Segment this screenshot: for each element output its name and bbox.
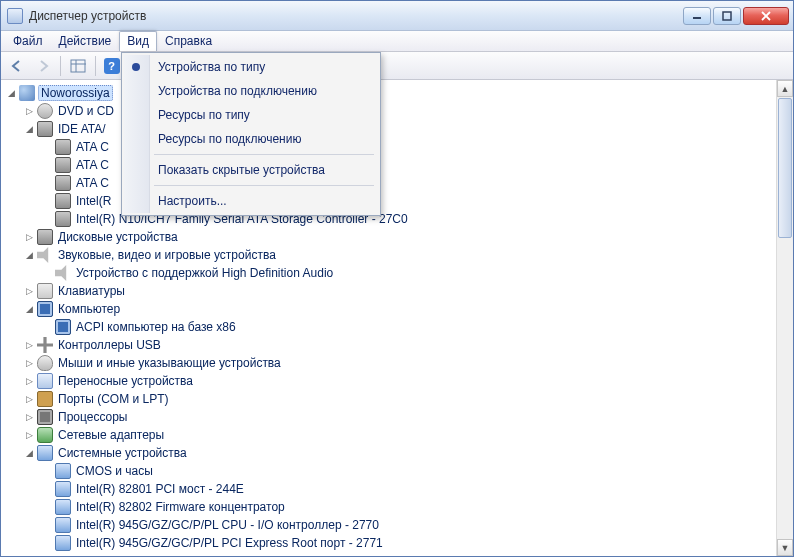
keyboard-icon <box>37 283 53 299</box>
toolbar-separator <box>95 56 96 76</box>
system-device-icon <box>55 481 71 497</box>
menu-show-hidden-devices[interactable]: Показать скрытые устройства <box>124 158 378 182</box>
ata-channel-icon <box>55 157 71 173</box>
tree-item-firmware-hub[interactable]: Intel(R) 82802 Firmware концентратор <box>39 498 793 516</box>
scroll-thumb[interactable] <box>778 98 792 238</box>
system-device-icon <box>55 517 71 533</box>
expander-icon[interactable]: ▷ <box>23 231 35 243</box>
expander-icon[interactable]: ▷ <box>23 393 35 405</box>
menu-view[interactable]: Вид <box>119 31 157 51</box>
expander-icon[interactable]: ◢ <box>23 249 35 261</box>
menubar: Файл Действие Вид Справка <box>1 31 793 52</box>
toolbar: ? <box>1 52 793 80</box>
scroll-down-button[interactable]: ▼ <box>777 539 793 556</box>
expander-icon[interactable]: ▷ <box>23 357 35 369</box>
maximize-icon <box>722 11 732 21</box>
vertical-scrollbar[interactable]: ▲ ▼ <box>776 80 793 556</box>
tree-category-disk[interactable]: ▷ Дисковые устройства <box>21 228 793 246</box>
expander-icon[interactable]: ▷ <box>23 429 35 441</box>
scroll-track-space[interactable] <box>777 239 793 539</box>
window-controls <box>683 7 789 25</box>
svg-rect-4 <box>71 60 85 72</box>
expander-icon[interactable]: ◢ <box>23 123 35 135</box>
forward-button[interactable] <box>31 55 55 77</box>
menu-action[interactable]: Действие <box>51 31 120 51</box>
radio-checked-icon <box>132 63 140 71</box>
expander-icon[interactable]: ▷ <box>23 375 35 387</box>
computer-icon <box>19 85 35 101</box>
show-hide-console-button[interactable] <box>66 55 90 77</box>
sound-icon <box>37 247 53 263</box>
menu-resources-by-type[interactable]: Ресурсы по типу <box>124 103 378 127</box>
ata-channel-icon <box>55 139 71 155</box>
tree-category-sound[interactable]: ◢ Звуковые, видео и игровые устройства <box>21 246 793 264</box>
window-title: Диспетчер устройств <box>29 9 683 23</box>
svg-rect-1 <box>723 12 731 20</box>
close-button[interactable] <box>743 7 789 25</box>
tree-category-portable[interactable]: ▷ Переносные устройства <box>21 372 793 390</box>
sound-icon <box>55 265 71 281</box>
tree-category-cpu[interactable]: ▷ Процессоры <box>21 408 793 426</box>
console-tree-icon <box>70 59 86 73</box>
portable-device-icon <box>37 373 53 389</box>
minimize-button[interactable] <box>683 7 711 25</box>
menu-separator <box>154 185 374 186</box>
expander-icon[interactable]: ◢ <box>5 87 17 99</box>
scroll-up-button[interactable]: ▲ <box>777 80 793 97</box>
menu-devices-by-type[interactable]: Устройства по типу <box>124 55 378 79</box>
tree-category-ports[interactable]: ▷ Порты (COM и LPT) <box>21 390 793 408</box>
app-icon <box>7 8 23 24</box>
expander-icon[interactable]: ▷ <box>23 411 35 423</box>
expander-icon[interactable]: ◢ <box>23 303 35 315</box>
tree-item-cmos[interactable]: CMOS и часы <box>39 462 793 480</box>
port-icon <box>37 391 53 407</box>
help-icon: ? <box>104 58 120 74</box>
expander-icon[interactable]: ◢ <box>23 447 35 459</box>
back-arrow-icon <box>9 59 25 73</box>
storage-controller-icon <box>55 211 71 227</box>
disc-drive-icon <box>37 103 53 119</box>
menu-resources-by-connection[interactable]: Ресурсы по подключению <box>124 127 378 151</box>
tree-item-acpi[interactable]: ACPI компьютер на базе x86 <box>39 318 793 336</box>
tree-category-mouse[interactable]: ▷ Мыши и иные указывающие устройства <box>21 354 793 372</box>
tree-item-io-controller[interactable]: Intel(R) 945G/GZ/GC/P/PL CPU - I/O контр… <box>39 516 793 534</box>
cpu-icon <box>37 409 53 425</box>
ata-channel-icon <box>55 175 71 191</box>
tree-item-hd-audio[interactable]: Устройство с поддержкой High Definition … <box>39 264 793 282</box>
menu-devices-by-connection[interactable]: Устройства по подключению <box>124 79 378 103</box>
tree-category-system[interactable]: ◢ Системные устройства <box>21 444 793 462</box>
system-device-icon <box>55 499 71 515</box>
menu-help[interactable]: Справка <box>157 31 220 51</box>
tree-item-pci-bridge[interactable]: Intel(R) 82801 PCI мост - 244E <box>39 480 793 498</box>
root-label: Noworossiya <box>38 85 113 101</box>
network-adapter-icon <box>37 427 53 443</box>
menu-customize[interactable]: Настроить... <box>124 189 378 213</box>
view-dropdown-menu: Устройства по типу Устройства по подключ… <box>121 52 381 216</box>
expander-icon[interactable]: ▷ <box>23 339 35 351</box>
device-manager-window: Диспетчер устройств Файл Действие Вид Сп… <box>0 0 794 557</box>
back-button[interactable] <box>5 55 29 77</box>
minimize-icon <box>692 11 702 21</box>
expander-icon[interactable]: ▷ <box>23 285 35 297</box>
tree-item-pci-express[interactable]: Intel(R) 945G/GZ/GC/P/PL PCI Express Roo… <box>39 534 793 552</box>
expander-icon[interactable]: ▷ <box>23 105 35 117</box>
system-device-icon <box>55 535 71 551</box>
mouse-icon <box>37 355 53 371</box>
storage-controller-icon <box>55 193 71 209</box>
tree-category-computer[interactable]: ◢ Компьютер <box>21 300 793 318</box>
menu-separator <box>154 154 374 155</box>
tree-category-keyboard[interactable]: ▷ Клавиатуры <box>21 282 793 300</box>
system-device-icon <box>55 463 71 479</box>
forward-arrow-icon <box>35 59 51 73</box>
close-icon <box>761 11 771 21</box>
monitor-icon <box>37 301 53 317</box>
device-tree-panel: ◢ Noworossiya ▷ DVD и CD ◢ <box>1 80 793 556</box>
tree-category-usb[interactable]: ▷ Контроллеры USB <box>21 336 793 354</box>
maximize-button[interactable] <box>713 7 741 25</box>
usb-icon <box>37 337 53 353</box>
menu-file[interactable]: Файл <box>5 31 51 51</box>
titlebar: Диспетчер устройств <box>1 1 793 31</box>
monitor-icon <box>55 319 71 335</box>
system-device-icon <box>37 445 53 461</box>
tree-category-network[interactable]: ▷ Сетевые адаптеры <box>21 426 793 444</box>
